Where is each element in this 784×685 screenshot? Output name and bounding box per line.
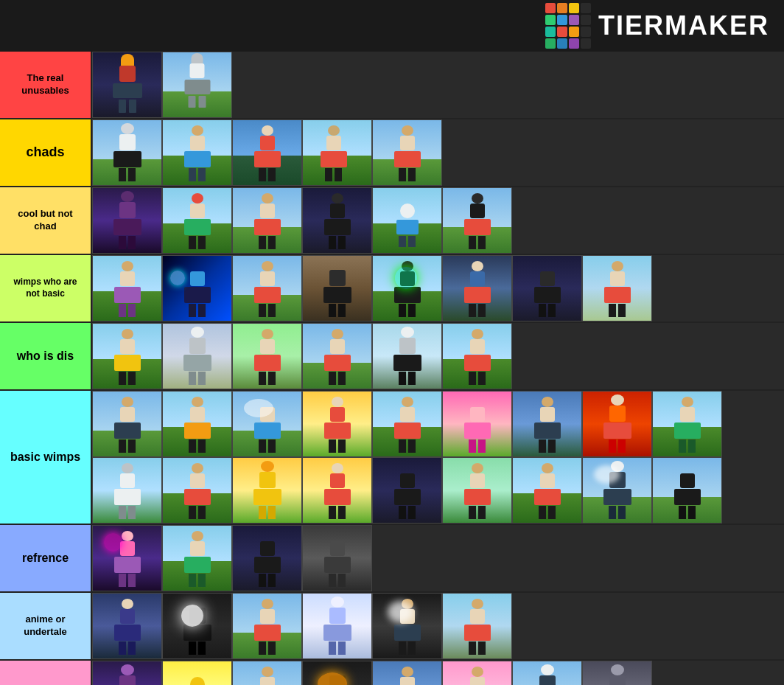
logo-cell xyxy=(545,38,556,49)
tier-row-wimps-not-basic: wimps who are not basic xyxy=(0,255,784,323)
tier-item xyxy=(582,661,652,685)
tier-item xyxy=(92,525,162,591)
tier-item xyxy=(372,119,442,186)
tier-item xyxy=(442,391,512,457)
tier-item xyxy=(652,391,722,457)
tier-items-refrence xyxy=(92,525,784,591)
tier-item xyxy=(232,457,302,524)
tier-item xyxy=(92,323,162,389)
tiermaker-logo-text: TiERMAKER xyxy=(598,10,769,41)
logo-cell xyxy=(581,38,591,49)
tier-item xyxy=(372,457,442,524)
tier-row-unusables: The real unusables xyxy=(0,52,784,119)
tier-row-refrence: refrence xyxy=(0,525,784,593)
logo-grid-icon xyxy=(545,3,591,49)
tiermaker-logo: TiERMAKER xyxy=(545,3,769,49)
tier-item xyxy=(162,457,232,524)
tier-item xyxy=(512,391,582,457)
tier-item xyxy=(92,187,162,254)
logo-cell xyxy=(557,15,567,25)
tier-item xyxy=(302,119,372,186)
tier-item xyxy=(302,391,372,457)
tier-items-basic-wimps xyxy=(92,391,784,524)
tier-item xyxy=(372,255,442,321)
tier-item xyxy=(162,323,232,389)
tier-item xyxy=(162,525,232,591)
logo-cell xyxy=(557,27,567,37)
logo-cell xyxy=(569,27,579,37)
logo-cell xyxy=(545,3,556,13)
tier-label-cool: cool but not chad xyxy=(0,187,92,254)
tier-item xyxy=(232,119,302,186)
tier-item xyxy=(302,187,372,254)
tier-row-chads: chads xyxy=(0,119,784,187)
tier-label-unobtainables: some unobtainables xyxy=(0,661,92,685)
header: TiERMAKER xyxy=(0,0,784,52)
tier-item xyxy=(302,255,372,321)
tier-items-anime xyxy=(92,593,784,659)
logo-cell xyxy=(557,3,567,13)
tier-label-refrence: refrence xyxy=(0,525,92,591)
tier-item xyxy=(92,391,162,457)
tier-item xyxy=(232,391,302,457)
tier-item xyxy=(372,661,442,685)
tier-item xyxy=(372,323,442,389)
tier-row-cool: cool but not chad xyxy=(0,187,784,255)
logo-cell xyxy=(557,38,567,49)
tier-row-anime: anime or undertale xyxy=(0,593,784,661)
tier-item xyxy=(302,323,372,389)
logo-cell xyxy=(581,27,591,37)
tier-label-unusables: The real unusables xyxy=(0,52,92,118)
tier-item xyxy=(92,52,162,118)
tier-items-wimps-not-basic xyxy=(92,255,784,321)
tier-item xyxy=(162,661,232,685)
logo-cell xyxy=(545,15,556,25)
logo-cell xyxy=(581,15,591,25)
tier-table: The real unusables xyxy=(0,52,784,685)
tier-item xyxy=(652,457,722,524)
tier-items-unusables xyxy=(92,52,784,118)
tier-items-cool xyxy=(92,187,784,254)
tier-item xyxy=(232,187,302,254)
tier-item xyxy=(232,255,302,321)
tier-row-unobtainables: some unobtainables xyxy=(0,661,784,685)
tier-item xyxy=(92,457,162,524)
tier-label-anime: anime or undertale xyxy=(0,593,92,659)
tier-item xyxy=(512,255,582,321)
tier-item xyxy=(582,457,652,524)
tier-item xyxy=(302,593,372,659)
logo-cell xyxy=(581,3,591,13)
tier-item xyxy=(92,593,162,659)
tier-items-chads xyxy=(92,119,784,186)
tier-item xyxy=(162,187,232,254)
tier-row-basic-wimps: basic wimps xyxy=(0,391,784,525)
tier-items-who-is-dis xyxy=(92,323,784,389)
logo-cell xyxy=(569,15,579,25)
tier-item xyxy=(442,323,512,389)
tier-item xyxy=(302,661,372,685)
tier-item xyxy=(372,391,442,457)
tier-item xyxy=(582,391,652,457)
tier-row-who-is-dis: who is dis xyxy=(0,323,784,391)
tier-item xyxy=(442,255,512,321)
tier-item xyxy=(442,661,512,685)
tier-item xyxy=(92,661,162,685)
tier-item xyxy=(512,661,582,685)
tier-item xyxy=(92,119,162,186)
tier-item xyxy=(162,255,232,321)
tier-item xyxy=(442,593,512,659)
tier-item xyxy=(232,525,302,591)
tier-label-basic-wimps: basic wimps xyxy=(0,391,92,524)
tier-item xyxy=(372,187,442,254)
tier-item xyxy=(232,323,302,389)
tier-item xyxy=(302,457,372,524)
tier-item xyxy=(442,457,512,524)
logo-cell xyxy=(569,38,579,49)
tier-items-unobtainables xyxy=(92,661,784,685)
logo-cell xyxy=(545,27,556,37)
tier-item xyxy=(442,187,512,254)
tier-item xyxy=(302,525,372,591)
tier-item xyxy=(232,593,302,659)
tier-label-wimps-not-basic: wimps who are not basic xyxy=(0,255,92,321)
tier-item xyxy=(372,593,442,659)
